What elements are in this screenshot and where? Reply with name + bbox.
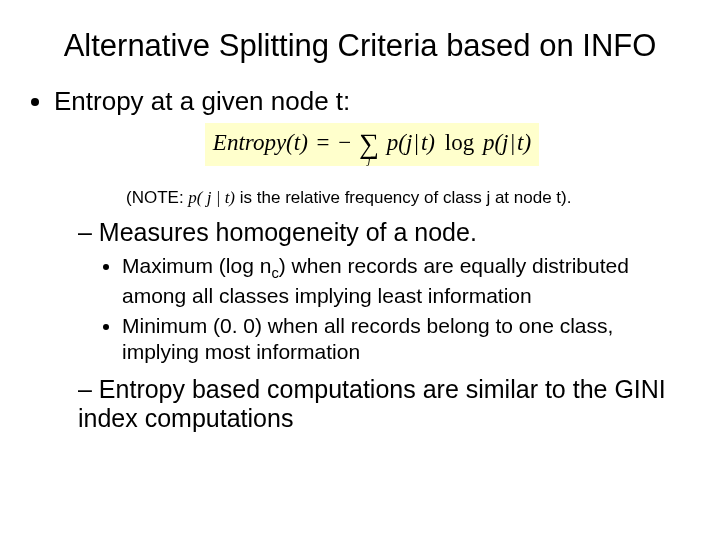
- eq-equals: =: [314, 130, 333, 155]
- equation-row: Entropy(t) = − ∑ j p(j|t) log p(j|t): [54, 123, 690, 166]
- sigma-icon: ∑: [359, 131, 379, 156]
- bullet-list-level2: Measures homogeneity of a node. Maximum …: [54, 218, 690, 433]
- eq-p2-open: p(: [480, 130, 502, 155]
- bullet-list-level3: Maximum (log nc) when records are equall…: [78, 253, 690, 365]
- note-prefix: (NOTE:: [126, 188, 188, 207]
- eq-p1-close: t): [421, 130, 435, 155]
- bullet-measures-text: Measures homogeneity of a node.: [99, 218, 477, 246]
- eq-pipe1: |: [412, 130, 421, 155]
- bullet-maximum: Maximum (log nc) when records are equall…: [122, 253, 690, 309]
- eq-lhs: Entropy(t): [213, 130, 308, 155]
- eq-sigma: ∑ j: [359, 131, 379, 166]
- bullet-entropy-text: Entropy at a given node t:: [54, 86, 350, 116]
- bullet-min-text: Minimum (0. 0) when all records belong t…: [122, 314, 613, 363]
- slide: Alternative Splitting Criteria based on …: [0, 0, 720, 540]
- bullet-list-level1: Entropy at a given node t: Entropy(t) = …: [30, 86, 690, 433]
- eq-minus: −: [338, 130, 351, 155]
- bullet-entropy: Entropy at a given node t: Entropy(t) = …: [54, 86, 690, 433]
- bullet-minimum: Minimum (0. 0) when all records belong t…: [122, 313, 690, 366]
- bullet-max-sub: c: [271, 265, 278, 281]
- eq-pipe2: |: [508, 130, 517, 155]
- note-line: (NOTE: p( j | t) is the relative frequen…: [126, 188, 690, 208]
- bullet-entropy-gini-text: Entropy based computations are similar t…: [78, 375, 666, 432]
- slide-title: Alternative Splitting Criteria based on …: [30, 28, 690, 64]
- eq-p2-close: t): [517, 130, 531, 155]
- bullet-measures: Measures homogeneity of a node. Maximum …: [78, 218, 690, 365]
- eq-p1-open: p(: [387, 130, 406, 155]
- note-suffix: is the relative frequency of class j at …: [235, 188, 571, 207]
- note-p-expr: p( j | t): [188, 188, 235, 207]
- bullet-max-a: Maximum (log n: [122, 254, 271, 277]
- entropy-equation: Entropy(t) = − ∑ j p(j|t) log p(j|t): [205, 123, 539, 166]
- bullet-entropy-gini: Entropy based computations are similar t…: [78, 375, 690, 433]
- eq-log: log: [441, 130, 474, 155]
